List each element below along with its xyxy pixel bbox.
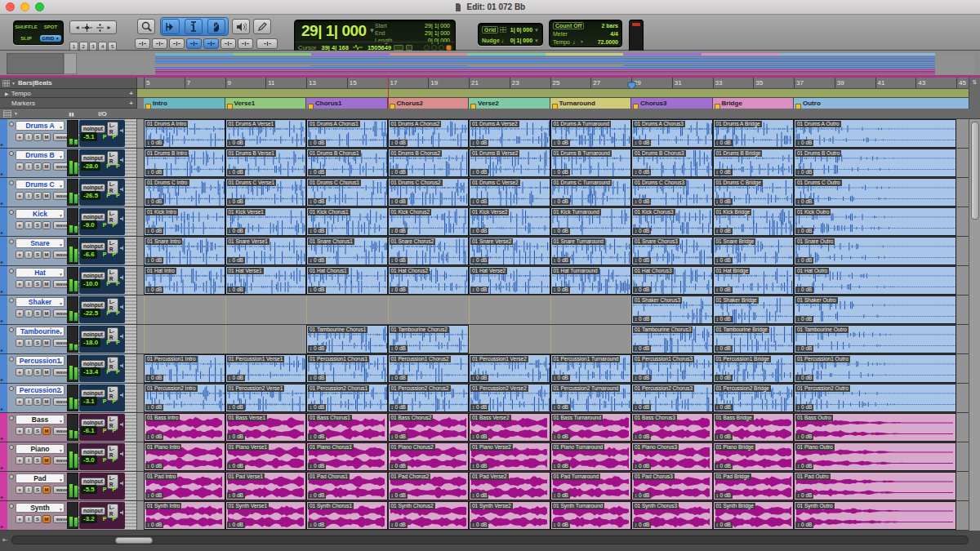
playlist-expand-icon[interactable]: ▸ (1, 318, 3, 323)
record-arm-button[interactable]: ● (16, 339, 24, 347)
audio-clip[interactable]: 01 Piano Chorus2↕ 0 dB (388, 442, 470, 471)
track-name[interactable]: Drums A▼ (16, 121, 65, 131)
record-arm-button[interactable]: ● (16, 515, 24, 523)
track-resize-handle[interactable] (125, 413, 137, 442)
grid-row[interactable]: Grid 1| 0| 000▼ (482, 25, 539, 34)
clip-gain-badge[interactable]: ↕ 0 dB (227, 375, 245, 381)
vertical-zoom-icon[interactable] (95, 24, 105, 32)
audio-clip[interactable]: 01 Shaker Chorus3↕ 0 dB (631, 295, 713, 324)
pan-right-indicator[interactable]: P (112, 134, 116, 140)
audio-clip[interactable]: 01 Pad Chorus1↕ 0 dB (306, 472, 388, 500)
playlist-expand-icon[interactable]: ▸ (1, 200, 3, 206)
chevron-down-icon[interactable]: ▼ (534, 38, 539, 43)
audio-clip[interactable]: 01 Drums A Verse1↕ 0 dB (225, 119, 307, 148)
zoom-preset-5[interactable]: 5 (108, 42, 117, 51)
timeline-insertion-icon[interactable] (394, 45, 403, 51)
audio-clip[interactable]: 01 Drums B Intro↕ 0 dB (144, 149, 225, 177)
clip-gain-badge[interactable]: ↕ 0 dB (633, 316, 651, 322)
audio-clip[interactable]: 01 Drums B Verse1↕ 0 dB (225, 149, 307, 177)
chevron-down-icon[interactable]: ▼ (580, 39, 584, 44)
marker-intro[interactable]: Intro (144, 98, 225, 109)
clip-gain-badge[interactable]: ↕ 0 dB (145, 404, 163, 411)
clip-gain-badge[interactable]: ↕ 0 dB (470, 287, 488, 293)
tempo-row[interactable]: Tempo ♩ ▼ 72.0000 (553, 38, 618, 46)
audio-clip[interactable]: 01 Drums A Verse2↕ 0 dB (469, 119, 550, 148)
track-name[interactable]: Tambourine▼ (16, 327, 65, 336)
horizontal-zoom-icon[interactable] (82, 24, 92, 32)
zoom-toggle-button[interactable] (256, 38, 278, 49)
track-name[interactable]: Shaker▼ (16, 297, 65, 307)
clip-gain-badge[interactable]: ↕ 0 dB (390, 404, 408, 411)
audio-clip[interactable]: 01 Synth Bridge↕ 0 dB (713, 501, 795, 530)
clip-gain-badge[interactable]: ↕ 0 dB (795, 228, 813, 234)
scrubber-tool-button[interactable] (232, 19, 250, 34)
clip-gain-badge[interactable]: ↕ 0 dB (552, 198, 570, 205)
clip-gain-badge[interactable]: ↕ 0 dB (227, 140, 245, 146)
main-counter-display[interactable]: 29| 1| 000▼ Start29| 1| 000End29| 1| 000… (294, 20, 456, 54)
audio-clip[interactable]: 01 Drums C Intro↕ 0 dB (144, 178, 225, 207)
clip-gain-badge[interactable]: ↕ 0 dB (633, 169, 651, 176)
mute-button[interactable]: M (42, 162, 51, 171)
record-arm-button[interactable]: ● (16, 221, 24, 229)
scroll-home-icon[interactable]: ⇤ (2, 536, 8, 544)
audio-clip[interactable]: 01 Percussion1 Turnaround↕ 0 dB (550, 354, 632, 383)
mute-button[interactable]: M (42, 456, 51, 464)
track-name[interactable]: Piano▼ (16, 444, 65, 454)
clip-gain-badge[interactable]: ↕ 0 dB (715, 316, 733, 322)
record-arm-button[interactable]: ● (16, 486, 24, 494)
mute-button[interactable]: M (42, 427, 51, 435)
audio-clip[interactable]: 01 Kick Chorus2↕ 0 dB (388, 207, 470, 236)
track-list-icon[interactable] (3, 110, 11, 118)
add-marker-button[interactable]: + (129, 100, 133, 107)
audio-clip[interactable]: 01 Drums C Verse1↕ 0 dB (225, 178, 307, 207)
input-monitor-button[interactable]: I (24, 339, 33, 347)
clip-gain-badge[interactable]: ↕ 0 dB (470, 140, 488, 146)
mute-button[interactable]: M (42, 192, 51, 200)
audio-clip[interactable]: 01 Drums C Chorus2↕ 0 dB (388, 178, 470, 207)
clip-gain-badge[interactable]: ↕ 0 dB (552, 228, 570, 234)
audio-clip[interactable]: 01 Pad Intro↕ 0 dB (144, 472, 225, 500)
input-monitor-button[interactable]: I (24, 427, 33, 435)
track-volume-value[interactable]: -5.0 (81, 455, 97, 464)
clip-gain-badge[interactable]: ↕ 0 dB (633, 287, 651, 293)
track-volume-value[interactable]: -3.1 (81, 397, 97, 406)
pan-left-indicator[interactable]: P (103, 251, 107, 257)
pan-right-indicator[interactable]: P (112, 457, 116, 463)
audio-clip[interactable]: 01 Hat Chorus1↕ 0 dB (306, 266, 388, 295)
input-monitor-button[interactable]: I (24, 251, 33, 259)
audio-clip[interactable]: 01 Drums A Chorus3↕ 0 dB (631, 119, 713, 148)
clip-gain-badge[interactable]: ↕ 0 dB (633, 345, 651, 352)
audio-clip[interactable]: 01 Tambourine Outro↕ 0 dB (794, 325, 956, 353)
clip-gain-badge[interactable]: ↕ 0 dB (227, 228, 245, 234)
clip-gain-badge[interactable]: ↕ 0 dB (308, 375, 326, 381)
audio-clip[interactable]: 01 Snare Verse2↕ 0 dB (469, 237, 550, 265)
audio-clip[interactable]: 01 Piano Verse1↕ 0 dB (225, 442, 307, 471)
audio-clip[interactable]: 01 Drums B Verse2↕ 0 dB (469, 149, 550, 177)
track-name[interactable]: Snare▼ (16, 238, 65, 248)
solo-button[interactable]: S (33, 515, 42, 523)
audio-clip[interactable]: 01 Piano Verse2↕ 0 dB (469, 442, 550, 471)
clip-gain-badge[interactable]: ↕ 0 dB (795, 345, 813, 352)
audio-clip[interactable]: 01 Percussion2 Turnaround↕ 0 dB (550, 384, 632, 412)
playlist-expand-icon[interactable]: ▸ (1, 435, 3, 441)
post-roll-button[interactable] (431, 45, 437, 51)
chevron-down-icon[interactable]: ▼ (59, 417, 63, 424)
clip-gain-badge[interactable]: ↕ 0 dB (308, 492, 326, 499)
track-resize-handle[interactable] (125, 442, 137, 471)
chevron-down-icon[interactable]: ▼ (59, 505, 63, 513)
clip-gain-badge[interactable]: ↕ 0 dB (715, 169, 733, 176)
solo-button[interactable]: S (33, 368, 42, 376)
playlist-expand-icon[interactable]: ▸ (1, 171, 3, 176)
audio-clip[interactable]: 01 Tambourine Chorus3↕ 0 dB (631, 325, 713, 353)
pan-left-indicator[interactable]: P (103, 516, 107, 522)
audio-clip[interactable]: 01 Drums A Bridge↕ 0 dB (713, 119, 795, 148)
clip-gain-badge[interactable]: ↕ 0 dB (227, 433, 245, 440)
mode-button-shuffle[interactable]: SHUFFLE (14, 24, 38, 29)
audio-clip[interactable]: 01 Drums C Outro↕ 0 dB (794, 178, 956, 207)
marker-turnaround[interactable]: Turnaround (550, 98, 632, 109)
playlist-expand-icon[interactable]: ▸ (1, 141, 3, 147)
audio-clip[interactable]: 01 Drums A Outro↕ 0 dB (794, 119, 956, 148)
track-resize-handle[interactable] (125, 384, 137, 412)
audio-clip[interactable]: 01 Percussion2 Verse2↕ 0 dB (469, 384, 550, 412)
audio-clip[interactable]: 01 Percussion1 Bridge↕ 0 dB (713, 354, 795, 383)
